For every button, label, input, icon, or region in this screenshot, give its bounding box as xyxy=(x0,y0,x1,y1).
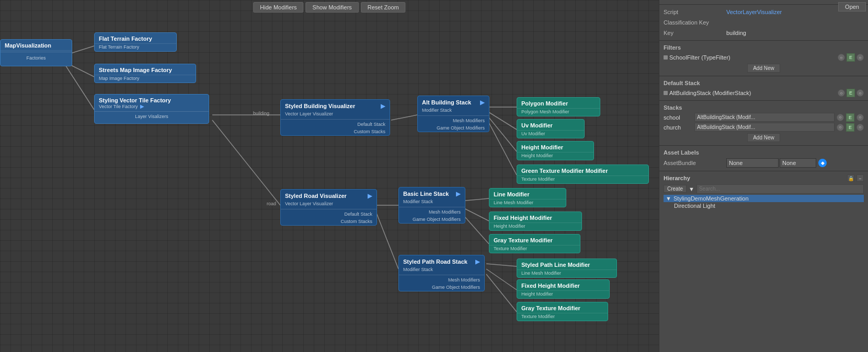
stack-circle-1-2[interactable]: ○ xyxy=(856,124,864,131)
alt-building-stack-node[interactable]: Alt Building Stack ▶ Modifier Stack Mesh… xyxy=(417,96,489,132)
asset-bundle-label: AssetBundle xyxy=(664,160,726,166)
hierarchy-lock-icon[interactable]: 🔒 xyxy=(847,174,854,182)
styled-road-visualizer-node[interactable]: Styled Road Visualizer ▶ Vector Layer Vi… xyxy=(280,189,377,226)
svg-line-7 xyxy=(489,118,517,151)
stack-circle-0-2[interactable]: ○ xyxy=(856,114,864,121)
stack-row-0: school AltBuildingStack (Modif... ○ E ○ xyxy=(664,112,864,122)
green-texture-modifier-title: Green Texture Modifier Modifier xyxy=(517,165,648,176)
map-visualization-label: Factories xyxy=(1,53,72,63)
classification-key-label: Classification Key xyxy=(664,19,726,26)
streets-map-image-factory-title: Streets Map Image Factory xyxy=(95,64,196,75)
hierarchy-item-root-label: StylingDemoMeshGeneration xyxy=(673,195,749,202)
hierarchy-item-child[interactable]: Directional Light xyxy=(664,202,864,209)
map-visualization-title: MapVisualization xyxy=(1,40,72,51)
styled-road-visualizer-title: Styled Road Visualizer xyxy=(285,193,347,199)
flat-terrain-factory-subtitle: Flat Terrain Factory xyxy=(95,44,176,51)
stacks-add-new-button[interactable]: Add New xyxy=(747,133,780,142)
hierarchy-create-button[interactable]: Create xyxy=(664,185,687,193)
asset-labels-icon[interactable]: ◆ xyxy=(818,159,827,167)
line-modifier-node[interactable]: Line Modifier Line Mesh Modifier xyxy=(489,188,566,207)
filters-title: Filters xyxy=(664,43,864,52)
stack-value-1: AltBuildingStack (Modif... xyxy=(694,123,835,132)
height-modifier-title: Height Modifier xyxy=(517,142,593,152)
right-panel: Open Script VectorLayerVisualizer Classi… xyxy=(659,0,868,352)
filter-circle-btn-2[interactable]: ○ xyxy=(856,54,864,61)
svg-line-4 xyxy=(391,115,417,120)
svg-line-8 xyxy=(489,123,517,175)
styling-vector-tile-factory-node[interactable]: Styling Vector Tile Factory Vector Tile … xyxy=(94,94,209,124)
alt-building-stack-row1: Mesh Modifiers xyxy=(418,117,489,124)
styled-building-visualizer-row2: Custom Stacks xyxy=(281,128,390,135)
styled-path-line-modifier-node[interactable]: Styled Path Line Modifier Line Mesh Modi… xyxy=(517,259,617,278)
show-modifiers-button[interactable]: Show Modifiers xyxy=(306,2,359,13)
height-modifier-node[interactable]: Height Modifier Height Modifier xyxy=(517,141,594,160)
flat-terrain-factory-node[interactable]: Flat Terrain Factory Flat Terrain Factor… xyxy=(94,32,177,52)
fixed-height-modifier-road-title: Fixed Height Modifier xyxy=(489,212,581,223)
open-button[interactable]: Open xyxy=(838,2,866,11)
map-visualization-node[interactable]: MapVisualization Factories xyxy=(0,39,72,66)
create-separator: ▼ xyxy=(689,186,694,192)
gray-texture-modifier-path-subtitle: Texture Modifier xyxy=(517,313,608,321)
stack-circle-0-1[interactable]: ○ xyxy=(837,114,844,121)
stack-circle-1-1[interactable]: ○ xyxy=(837,124,844,131)
styled-road-visualizer-row2: Custom Stacks xyxy=(281,218,376,225)
svg-line-9 xyxy=(212,120,280,205)
filter-e-btn-1[interactable]: E xyxy=(847,53,855,62)
stack-e-btn-0[interactable]: E xyxy=(846,113,854,122)
stack-key-1: church xyxy=(664,124,692,131)
default-stack-e-btn[interactable]: E xyxy=(847,89,855,97)
script-label: Script xyxy=(664,9,726,15)
reset-zoom-button[interactable]: Reset Zoom xyxy=(361,2,406,13)
fixed-height-modifier-path-title: Fixed Height Modifier xyxy=(517,280,609,291)
default-stack-circle-2[interactable]: ○ xyxy=(856,89,864,97)
styled-path-line-modifier-title: Styled Path Line Modifier xyxy=(517,259,616,270)
uv-modifier-subtitle: Uv Modifier xyxy=(517,131,584,138)
styled-building-visualizer-node[interactable]: Styled Building Visualizer ▶ Vector Laye… xyxy=(280,99,390,136)
styled-building-visualizer-row1: Default Stack xyxy=(281,121,390,128)
gray-texture-modifier-path-title: Gray Texture Modifier xyxy=(517,302,608,313)
asset-bundle-input-1[interactable] xyxy=(726,158,779,168)
streets-map-image-factory-subtitle: Map Image Factory xyxy=(95,75,196,83)
stack-value-0: AltBuildingStack (Modif... xyxy=(694,113,835,122)
basic-line-stack-title: Basic Line Stack xyxy=(403,191,449,197)
stack-key-0: school xyxy=(664,114,692,121)
line-modifier-title: Line Modifier xyxy=(489,189,566,200)
gray-texture-modifier-road-node[interactable]: Gray Texture Modifier Texture Modifier xyxy=(489,234,580,253)
uv-modifier-node[interactable]: Uv Modifier Uv Modifier xyxy=(517,119,585,138)
filter-circle-btn-1[interactable]: ○ xyxy=(838,54,845,61)
hierarchy-item-root[interactable]: ▼ StylingDemoMeshGeneration xyxy=(664,195,864,202)
stack-row-1: church AltBuildingStack (Modif... ○ E ○ xyxy=(664,122,864,132)
basic-line-stack-subtitle: Modifier Stack xyxy=(399,198,465,206)
fixed-height-modifier-path-subtitle: Height Modifier xyxy=(517,291,609,298)
green-texture-modifier-node[interactable]: Green Texture Modifier Modifier Texture … xyxy=(517,165,649,184)
height-modifier-subtitle: Height Modifier xyxy=(517,152,593,160)
key-label: Key xyxy=(664,30,726,36)
default-stack-value: AltBuildingStack (ModifierStack) xyxy=(669,90,836,96)
polygon-modifier-node[interactable]: Polygon Modifier Polygon Mesh Modifier xyxy=(517,97,600,116)
fixed-height-modifier-road-node[interactable]: Fixed Height Modifier Height Modifier xyxy=(489,212,582,231)
hide-modifiers-button[interactable]: Hide Modifiers xyxy=(253,2,303,13)
hierarchy-chevron: ▼ xyxy=(666,195,671,202)
filter-dot xyxy=(664,55,668,60)
hierarchy-search-input[interactable] xyxy=(696,184,864,194)
svg-line-6 xyxy=(489,112,517,130)
svg-line-14 xyxy=(375,210,398,269)
default-stack-circle-1[interactable]: ○ xyxy=(838,89,845,97)
stack-e-btn-1[interactable]: E xyxy=(846,123,854,132)
green-texture-modifier-subtitle: Texture Modifier xyxy=(517,176,648,183)
svg-line-16 xyxy=(486,269,517,290)
gray-texture-modifier-road-subtitle: Texture Modifier xyxy=(489,245,580,253)
gray-texture-modifier-path-node[interactable]: Gray Texture Modifier Texture Modifier xyxy=(517,302,608,321)
basic-line-stack-node[interactable]: Basic Line Stack ▶ Modifier Stack Mesh M… xyxy=(398,187,465,224)
streets-map-image-factory-node[interactable]: Streets Map Image Factory Map Image Fact… xyxy=(94,64,196,83)
asset-bundle-input-2[interactable] xyxy=(780,158,816,168)
styling-vector-tile-factory-title: Styling Vector Tile Factory xyxy=(95,95,175,103)
hierarchy-minus-icon[interactable]: − xyxy=(856,174,864,182)
fixed-height-modifier-path-node[interactable]: Fixed Height Modifier Height Modifier xyxy=(517,279,610,299)
svg-line-17 xyxy=(486,274,517,312)
styled-path-road-stack-node[interactable]: Styled Path Road Stack ▶ Modifier Stack … xyxy=(398,255,485,291)
stacks-title: Stacks xyxy=(664,103,864,112)
node-canvas[interactable]: Hide Modifiers Show Modifiers Reset Zoom xyxy=(0,0,659,352)
fixed-height-modifier-road-subtitle: Height Modifier xyxy=(489,223,581,230)
filters-add-new-button[interactable]: Add New xyxy=(747,64,780,73)
